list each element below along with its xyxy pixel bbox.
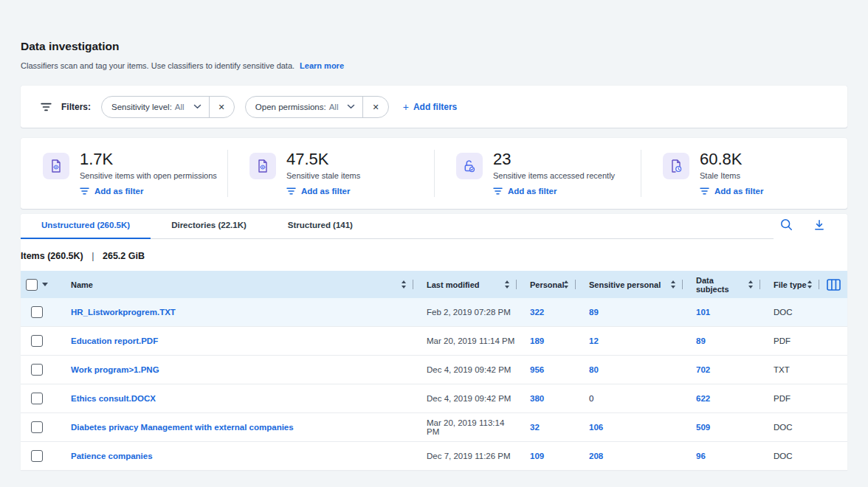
stat-value: 47.5K xyxy=(286,151,360,168)
sensitive-personal-count-link[interactable]: 89 xyxy=(589,308,599,317)
column-header-last-modified[interactable]: Last modified xyxy=(413,271,517,298)
filter-lines-icon xyxy=(41,103,52,111)
sort-icon[interactable] xyxy=(402,280,406,289)
row-spacer-cell xyxy=(819,356,847,384)
personal-count-link[interactable]: 109 xyxy=(530,452,544,460)
file-name-link[interactable]: HR_Listworkprogrem.TXT xyxy=(71,308,176,317)
last-modified-value: Dec 7, 2019 11:26 PM xyxy=(413,442,517,470)
page-subtitle: Classifiers scan and tag your items. Use… xyxy=(21,61,847,70)
add-as-filter-button[interactable]: Add as filter xyxy=(80,187,217,196)
data-subjects-count-link[interactable]: 622 xyxy=(696,394,710,403)
row-checkbox-cell xyxy=(21,327,53,355)
file-type-value: DOC xyxy=(760,298,819,326)
column-header-file-type[interactable]: File type xyxy=(760,271,819,298)
column-header-sensitive-personal[interactable]: Sensitive personal xyxy=(576,271,683,298)
row-checkbox[interactable] xyxy=(31,364,43,376)
search-icon[interactable] xyxy=(780,218,793,231)
sort-icon[interactable] xyxy=(564,280,568,289)
column-settings-cell xyxy=(819,271,847,298)
file-type-value: DOC xyxy=(760,442,819,470)
file-type-value: TXT xyxy=(760,356,819,384)
header-checkbox-cell xyxy=(21,271,53,298)
filter-lines-icon xyxy=(493,187,503,195)
filter-chip-sensitivity-level[interactable]: Sensitivity level: All ✕ xyxy=(101,96,235,118)
download-icon[interactable] xyxy=(813,219,825,231)
chevron-down-icon[interactable] xyxy=(193,104,202,109)
stat-label: Sensitive stale items xyxy=(286,171,360,180)
column-header-data-subjects[interactable]: Data subjects xyxy=(683,271,760,298)
data-subjects-count-link[interactable]: 101 xyxy=(696,308,710,317)
select-all-checkbox[interactable] xyxy=(26,279,38,291)
tab-unstructured[interactable]: Unstructured (260.5K) xyxy=(21,214,151,238)
table-header-row: Name Last modified Personal Sensitive pe… xyxy=(21,271,847,298)
items-table: Name Last modified Personal Sensitive pe… xyxy=(21,271,847,471)
row-checkbox[interactable] xyxy=(31,335,43,347)
data-subjects-count-link[interactable]: 702 xyxy=(696,365,710,374)
stat-label: Stale Items xyxy=(700,171,763,180)
items-count: Items (260.5K) xyxy=(21,251,83,261)
file-type-value: DOC xyxy=(760,413,819,441)
table-row: Diabetes privacy Management with externa… xyxy=(21,413,847,442)
stat-value: 23 xyxy=(493,151,615,168)
file-name-link[interactable]: Work program>1.PNG xyxy=(71,365,159,374)
close-icon[interactable]: ✕ xyxy=(210,97,234,117)
columns-icon[interactable] xyxy=(827,279,841,291)
learn-more-link[interactable]: Learn more xyxy=(300,61,344,70)
sort-icon[interactable] xyxy=(807,280,812,289)
personal-count-link[interactable]: 32 xyxy=(530,423,540,432)
personal-count-link[interactable]: 322 xyxy=(530,308,544,317)
column-header-name[interactable]: Name xyxy=(53,271,413,298)
page-title: Data investigation xyxy=(21,40,847,53)
stat-card-accessed-recently: 23 Sensitive items accessed recently Add… xyxy=(434,138,641,209)
data-subjects-count-link[interactable]: 89 xyxy=(696,336,706,345)
last-modified-value: Mar 20, 2019 11:14 PM xyxy=(413,327,517,355)
filter-lines-icon xyxy=(80,187,89,195)
stat-label: Sensitive items accessed recently xyxy=(493,171,615,180)
sensitive-personal-count-link[interactable]: 12 xyxy=(589,336,599,345)
chip-value: All xyxy=(175,103,185,111)
add-as-filter-button[interactable]: Add as filter xyxy=(493,187,615,196)
sort-icon[interactable] xyxy=(505,280,509,289)
doc-clock-icon xyxy=(663,153,689,179)
table-row: HR_Listworkprogrem.TXT Feb 2, 2019 07:28… xyxy=(21,298,847,327)
chevron-down-icon[interactable] xyxy=(347,104,355,109)
data-subjects-count-link[interactable]: 509 xyxy=(696,423,710,432)
personal-count-link[interactable]: 189 xyxy=(530,336,544,345)
sensitive-personal-count-link[interactable]: 106 xyxy=(589,423,603,432)
add-as-filter-button[interactable]: Add as filter xyxy=(286,187,360,196)
add-as-filter-button[interactable]: Add as filter xyxy=(700,187,763,196)
filter-lines-icon xyxy=(286,187,296,195)
last-modified-value: Dec 4, 2019 09:42 PM xyxy=(413,384,517,412)
column-header-personal[interactable]: Personal xyxy=(517,271,576,298)
sensitive-personal-count-link: 0 xyxy=(589,394,593,403)
tab-directories[interactable]: Directories (22.1K) xyxy=(151,214,267,238)
data-subjects-count-link[interactable]: 96 xyxy=(696,452,706,460)
filters-label: Filters: xyxy=(61,102,91,112)
filter-chip-open-permissions[interactable]: Open permissions: All ✕ xyxy=(245,96,389,118)
row-checkbox[interactable] xyxy=(31,450,43,462)
table-row: Work program>1.PNG Dec 4, 2019 09:42 PM … xyxy=(21,356,847,384)
stat-card-sensitive-stale: 47.5K Sensitive stale items Add as filte… xyxy=(227,138,434,209)
add-filters-button[interactable]: + Add filters xyxy=(403,101,458,113)
personal-count-link[interactable]: 380 xyxy=(530,394,544,403)
filter-lines-icon xyxy=(700,187,709,195)
row-checkbox[interactable] xyxy=(31,393,43,404)
sensitive-personal-count-link[interactable]: 208 xyxy=(589,452,603,460)
plus-icon: + xyxy=(403,101,409,113)
sort-icon[interactable] xyxy=(748,280,753,289)
row-checkbox[interactable] xyxy=(31,306,43,318)
lock-check-icon xyxy=(456,153,483,179)
close-icon[interactable]: ✕ xyxy=(363,97,388,117)
file-name-link[interactable]: Education report.PDF xyxy=(71,336,158,345)
checkbox-dropdown-caret-icon[interactable] xyxy=(42,283,48,286)
stat-value: 60.8K xyxy=(700,151,763,168)
personal-count-link[interactable]: 956 xyxy=(530,365,544,374)
file-name-link[interactable]: Diabetes privacy Management with externa… xyxy=(71,423,294,432)
row-checkbox-cell xyxy=(21,356,53,384)
sensitive-personal-count-link[interactable]: 80 xyxy=(589,365,599,374)
file-name-link[interactable]: Patience companies xyxy=(71,452,153,460)
file-name-link[interactable]: Ethics consult.DOCX xyxy=(71,394,156,403)
tab-structured[interactable]: Structured (141) xyxy=(267,214,373,238)
sort-icon[interactable] xyxy=(671,280,675,289)
row-checkbox[interactable] xyxy=(31,421,43,433)
